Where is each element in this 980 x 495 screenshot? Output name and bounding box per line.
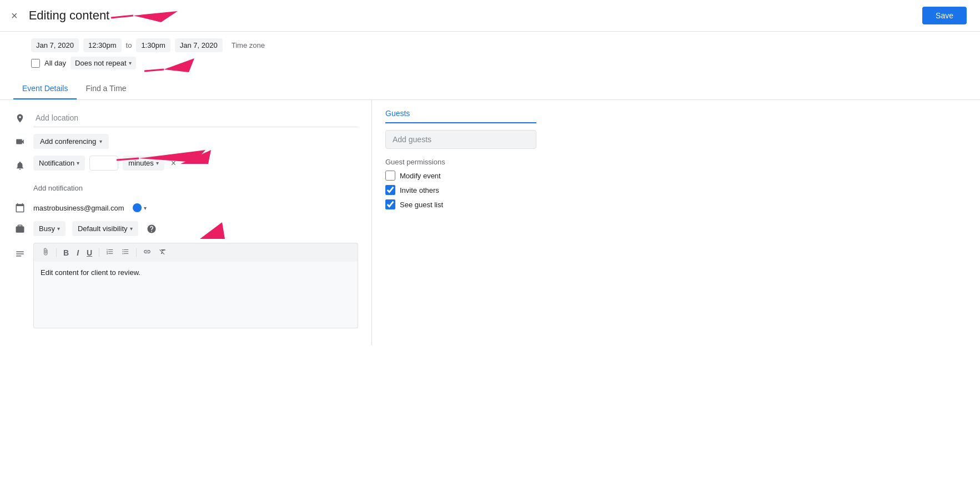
underline-button[interactable]: U xyxy=(83,246,96,259)
add-notification-button[interactable]: Add notification xyxy=(13,182,83,194)
bold-button[interactable]: B xyxy=(60,246,72,259)
toolbar-divider-2 xyxy=(99,248,99,257)
start-time-button[interactable]: 12:30pm xyxy=(83,38,122,52)
status-button[interactable]: Busy ▾ xyxy=(33,221,66,236)
tabs-row: Event Details Find a Time xyxy=(0,78,980,100)
visibility-button[interactable]: Default visibility ▾ xyxy=(72,221,138,236)
clear-format-button[interactable] xyxy=(155,246,170,259)
ordered-list-button[interactable] xyxy=(103,246,117,259)
right-panel: Guests Guest permissions Modify event In… xyxy=(372,100,550,346)
save-button[interactable]: Save xyxy=(922,7,967,24)
main-content: Add conferencing ▾ Notification ▾ 30 min… xyxy=(0,100,980,346)
modify-event-checkbox[interactable] xyxy=(385,171,395,181)
tab-find-a-time[interactable]: Find a Time xyxy=(77,78,135,99)
permission-modify-event: Modify event xyxy=(385,171,536,181)
description-row: B I U xyxy=(13,243,358,330)
notification-type-button[interactable]: Notification ▾ xyxy=(33,156,85,171)
conferencing-row: Add conferencing ▾ xyxy=(13,134,358,149)
notification-unit-chevron: ▾ xyxy=(156,160,159,166)
modify-event-label: Modify event xyxy=(400,172,441,180)
repeat-button[interactable]: Does not repeat ▾ xyxy=(71,57,136,69)
notification-unit-label: minutes xyxy=(128,159,154,167)
bell-icon xyxy=(13,159,27,172)
permission-invite-others: Invite others xyxy=(385,185,536,195)
notification-type-chevron: ▾ xyxy=(77,160,79,166)
conferencing-label: Add conferencing xyxy=(40,137,96,146)
toolbar-divider-1 xyxy=(56,248,57,257)
remove-notification-button[interactable]: × xyxy=(169,156,178,171)
calendar-color-button[interactable]: ▾ xyxy=(130,202,149,213)
description-container: B I U xyxy=(33,243,358,330)
see-guest-list-label: See guest list xyxy=(400,201,443,209)
see-guest-list-checkbox[interactable] xyxy=(385,199,395,209)
close-button[interactable]: × xyxy=(9,7,20,24)
calendar-email: mastrobusiness@gmail.com xyxy=(33,204,124,212)
notification-row: Notification ▾ 30 minutes ▾ × xyxy=(13,156,358,175)
top-bar: × Editing content Save xyxy=(0,0,980,32)
location-input[interactable] xyxy=(33,109,358,127)
location-icon xyxy=(13,112,27,125)
notification-value-input[interactable]: 30 xyxy=(89,156,118,171)
notification-controls: Notification ▾ 30 minutes ▾ × xyxy=(33,156,178,171)
end-date-button[interactable]: Jan 7, 2020 xyxy=(175,38,223,52)
calendar-icon xyxy=(13,201,27,214)
notification-type-label: Notification xyxy=(39,159,74,167)
description-textarea[interactable]: Edit content for client to review. xyxy=(33,262,358,328)
guest-permissions-title: Guest permissions xyxy=(385,158,536,166)
location-row xyxy=(13,109,358,127)
calendar-row: mastrobusiness@gmail.com ▾ xyxy=(13,201,358,214)
italic-button[interactable]: I xyxy=(73,246,82,259)
conferencing-chevron: ▾ xyxy=(99,138,102,144)
allday-checkbox[interactable] xyxy=(31,59,40,68)
description-toolbar: B I U xyxy=(33,243,358,262)
notification-unit-button[interactable]: minutes ▾ xyxy=(123,156,164,171)
repeat-label: Does not repeat xyxy=(75,59,127,67)
help-button[interactable] xyxy=(145,222,158,236)
left-panel: Add conferencing ▾ Notification ▾ 30 min… xyxy=(0,100,372,346)
start-date-button[interactable]: Jan 7, 2020 xyxy=(31,38,79,52)
description-icon xyxy=(13,247,27,261)
event-title: Editing content xyxy=(29,8,913,23)
invite-others-checkbox[interactable] xyxy=(385,185,395,195)
allday-label: All day xyxy=(44,59,66,67)
unordered-list-button[interactable] xyxy=(118,246,133,259)
tab-event-details[interactable]: Event Details xyxy=(13,78,77,99)
link-button[interactable] xyxy=(140,246,154,259)
allday-row: All day Does not repeat ▾ xyxy=(0,52,980,76)
status-chevron: ▾ xyxy=(57,226,60,232)
repeat-chevron: ▾ xyxy=(129,60,132,66)
status-row: Busy ▾ Default visibility ▾ xyxy=(13,221,358,236)
visibility-label: Default visibility xyxy=(78,224,128,233)
calendar-color-circle xyxy=(133,203,142,212)
visibility-chevron: ▾ xyxy=(130,226,133,232)
timezone-button[interactable]: Time zone xyxy=(227,39,269,52)
invite-others-label: Invite others xyxy=(400,186,439,194)
permission-see-guest-list: See guest list xyxy=(385,199,536,209)
video-icon xyxy=(13,135,27,148)
status-label: Busy xyxy=(39,224,55,233)
add-guests-input[interactable] xyxy=(385,130,536,149)
datetime-row: Jan 7, 2020 12:30pm to 1:30pm Jan 7, 202… xyxy=(0,32,980,52)
conferencing-button[interactable]: Add conferencing ▾ xyxy=(33,134,109,149)
toolbar-divider-3 xyxy=(136,248,137,257)
attach-button[interactable] xyxy=(38,246,53,259)
end-time-button[interactable]: 1:30pm xyxy=(136,38,170,52)
guests-title: Guests xyxy=(385,109,536,123)
calendar-color-chevron: ▾ xyxy=(144,205,147,211)
to-separator: to xyxy=(126,41,132,49)
briefcase-icon xyxy=(13,222,27,236)
